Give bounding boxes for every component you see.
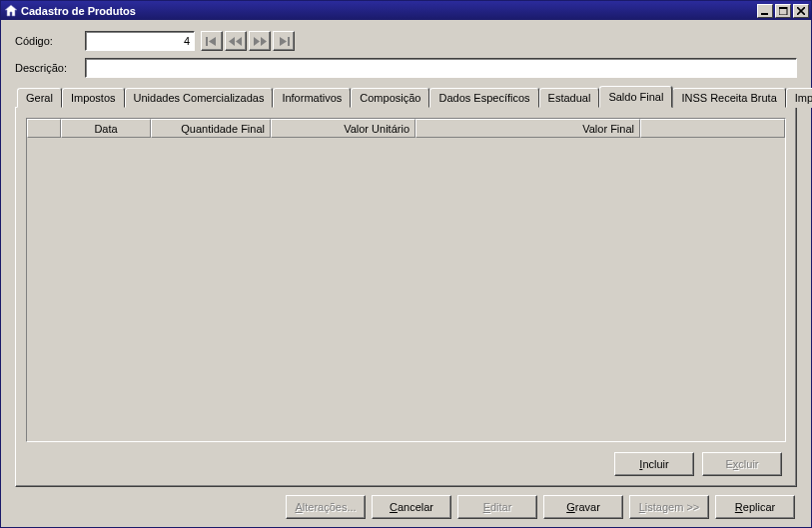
descricao-input[interactable] — [85, 58, 797, 78]
tab-label: Informativos — [282, 92, 342, 104]
tab-label: Composição — [360, 92, 420, 104]
window-title: Cadastro de Produtos — [21, 5, 757, 17]
tab-saldo-final[interactable]: Saldo Final — [599, 86, 672, 108]
tab-inss-receita-bruta[interactable]: INSS Receita Bruta — [672, 88, 785, 108]
minimize-button[interactable] — [757, 4, 773, 18]
tab-label: Dados Específicos — [438, 92, 529, 104]
tab-dados-especificos[interactable]: Dados Específicos — [429, 88, 538, 108]
codigo-label: Código: — [15, 35, 85, 47]
cancelar-button[interactable]: Cancelar — [372, 495, 451, 519]
grid-col-label: Valor Final — [582, 123, 634, 135]
nav-first-button[interactable] — [201, 31, 223, 51]
footer-toolbar: Alterações... Cancelar Editar Gravar Lis… — [15, 495, 797, 519]
grid-col-valor-final[interactable]: Valor Final — [415, 119, 640, 138]
tab-impostos[interactable]: Impostos — [62, 88, 125, 108]
tab-label: Estadual — [548, 92, 591, 104]
svg-rect-2 — [779, 7, 787, 9]
window-frame: Cadastro de Produtos Código: — [0, 0, 812, 528]
home-icon — [3, 4, 18, 18]
button-label: Cancelar — [390, 501, 433, 513]
tab-geral[interactable]: Geral — [17, 88, 62, 108]
panel-actions: Incluir Excluir — [26, 452, 786, 476]
nav-prev-button[interactable] — [225, 31, 247, 51]
button-label: Editar — [483, 501, 512, 513]
tab-estadual[interactable]: Estadual — [539, 88, 600, 108]
button-label: Listagem >> — [639, 501, 700, 513]
button-label: Incluir — [639, 458, 668, 470]
grid-col-label: Quantidade Final — [181, 123, 265, 135]
descricao-row: Descrição: — [15, 58, 797, 78]
grid-col-label: Data — [94, 123, 117, 135]
tab-unidades-comercializadas[interactable]: Unidades Comercializadas — [125, 88, 274, 108]
tab-label: Geral — [26, 92, 53, 104]
grid[interactable]: Data Quantidade Final Valor Unitário Val… — [26, 118, 786, 442]
editar-button[interactable]: Editar — [457, 495, 537, 519]
button-label: Replicar — [735, 501, 775, 513]
button-label: Gravar — [566, 501, 600, 513]
tab-label: Impostos — [71, 92, 116, 104]
incluir-button[interactable]: Incluir — [614, 452, 694, 476]
alteracoes-button[interactable]: Alterações... — [286, 495, 366, 519]
tab-label: Saldo Final — [608, 91, 663, 103]
codigo-input[interactable] — [85, 31, 195, 51]
gravar-button[interactable]: Gravar — [543, 495, 623, 519]
svg-rect-4 — [288, 37, 290, 46]
descricao-label: Descrição: — [15, 62, 85, 74]
button-label: Alterações... — [295, 501, 356, 513]
grid-col-label: Valor Unitário — [344, 123, 409, 135]
client-area: Código: Descrição: — [1, 20, 811, 527]
svg-rect-0 — [761, 13, 768, 15]
tab-label: Importações — [795, 92, 812, 104]
nav-last-button[interactable] — [273, 31, 295, 51]
codigo-row: Código: — [15, 31, 797, 51]
titlebar[interactable]: Cadastro de Produtos — [1, 1, 811, 20]
tab-informativos[interactable]: Informativos — [273, 88, 351, 108]
grid-header: Data Quantidade Final Valor Unitário Val… — [27, 119, 785, 138]
record-nav — [201, 31, 295, 51]
replicar-button[interactable]: Replicar — [715, 495, 795, 519]
grid-col-spacer — [640, 119, 785, 138]
svg-rect-3 — [206, 37, 208, 46]
nav-next-button[interactable] — [249, 31, 271, 51]
grid-col-selector[interactable] — [27, 119, 61, 138]
tab-label: INSS Receita Bruta — [681, 92, 776, 104]
button-label: Excluir — [725, 458, 758, 470]
close-button[interactable] — [793, 4, 809, 18]
tab-composicao[interactable]: Composição — [351, 88, 429, 108]
grid-col-valor-unitario[interactable]: Valor Unitário — [271, 119, 415, 138]
grid-col-quantidade-final[interactable]: Quantidade Final — [151, 119, 271, 138]
window-controls — [757, 4, 811, 18]
tab-panel-saldo-final: Data Quantidade Final Valor Unitário Val… — [15, 107, 797, 487]
grid-col-data[interactable]: Data — [61, 119, 151, 138]
tab-importacoes[interactable]: Importações — [786, 88, 812, 108]
tabstrip: Geral Impostos Unidades Comercializadas … — [15, 85, 797, 107]
tab-label: Unidades Comercializadas — [134, 92, 265, 104]
maximize-button[interactable] — [775, 4, 791, 18]
excluir-button[interactable]: Excluir — [702, 452, 782, 476]
listagem-button[interactable]: Listagem >> — [629, 495, 709, 519]
